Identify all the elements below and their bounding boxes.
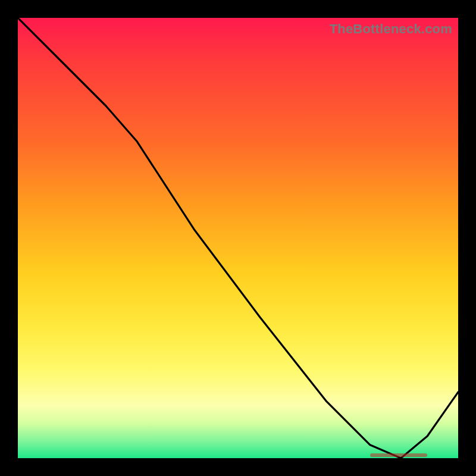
- optimal-range-marker: [370, 453, 427, 457]
- chart-stage: TheBottleneck.com: [0, 0, 476, 476]
- curve-layer: [18, 18, 458, 458]
- bottleneck-curve: [18, 18, 458, 458]
- plot-area: TheBottleneck.com: [18, 18, 458, 458]
